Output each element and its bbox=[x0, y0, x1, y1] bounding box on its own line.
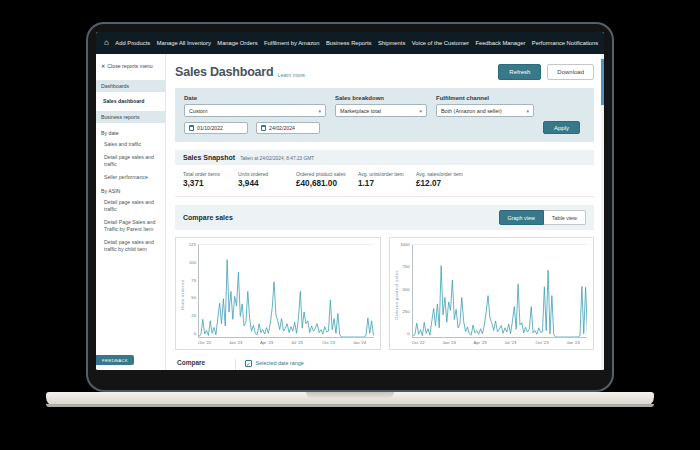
sidebar-header-dashboards: Dashboards bbox=[96, 80, 165, 92]
snapshot-timestamp: Taken at 24/02/2024, 8:47:23 GMT bbox=[240, 156, 314, 161]
compare-footer: Compare What's this ✓ Selected date rang… bbox=[175, 359, 594, 370]
nav-item-fulfilment-by-amazon[interactable]: Fulfilment by Amazon bbox=[264, 40, 319, 46]
metric-label: Avg. sales/order item bbox=[416, 171, 463, 177]
laptop-display: ⌂ Add Products Manage All Inventory Mana… bbox=[96, 32, 604, 370]
x-axis-ticks: Oct '22Jan '23Apr '23Jul '23Oct '23Jan '… bbox=[198, 338, 374, 346]
metric-value: 1.17 bbox=[358, 179, 410, 188]
chevron-down-icon: ▾ bbox=[318, 108, 321, 114]
workspace: ✕ Close reports menu Dashboards Sales da… bbox=[96, 54, 604, 370]
metric-ordered-product-sales: Ordered product sales £40,681.00 bbox=[296, 171, 358, 188]
sales-breakdown-select[interactable]: Marketplace total ▾ bbox=[335, 104, 427, 117]
page-title: Sales Dashboard bbox=[175, 65, 273, 79]
sidebar-group-by-asin[interactable]: By ASIN bbox=[96, 184, 165, 196]
date-from-input[interactable]: 01/10/2022 bbox=[184, 122, 248, 134]
scrollbar[interactable] bbox=[601, 54, 604, 370]
chevron-down-icon: ▾ bbox=[419, 108, 422, 114]
nav-item-business-reports[interactable]: Business Reports bbox=[326, 40, 371, 46]
learn-more-link[interactable]: Learn more bbox=[277, 72, 305, 80]
metric-total-order-items: Total order items 3,371 bbox=[183, 171, 238, 188]
sidebar-group-by-date[interactable]: By date bbox=[96, 126, 165, 138]
y-axis-ticks: 1251007550250 bbox=[185, 242, 198, 336]
close-icon: ✕ bbox=[101, 63, 105, 69]
ordered-product-sales-chart: Ordered product sales 10007505002500 Oct… bbox=[389, 237, 595, 350]
sidebar-item-sales-and-traffic[interactable]: Sales and traffic bbox=[96, 138, 165, 151]
sales-snapshot-header: Sales Snapshot Taken at 24/02/2024, 8:47… bbox=[175, 150, 594, 165]
apply-button[interactable]: Apply bbox=[543, 121, 580, 134]
sales-breakdown-group: Sales breakdown Marketplace total ▾ bbox=[335, 95, 427, 134]
fulfilment-channel-select[interactable]: Both (Amazon and seller) ▾ bbox=[436, 104, 534, 117]
compare-sales-header: Compare sales Graph view Table view bbox=[175, 205, 594, 230]
calendar-icon bbox=[261, 125, 266, 131]
selected-date-range-cell: ✓ Selected date range 3,944 Units £40,68… bbox=[235, 359, 304, 370]
feedback-button[interactable]: FEEDBACK bbox=[96, 355, 134, 365]
selected-range-units: 3,944 Units bbox=[256, 369, 304, 371]
sidebar-item-detail-page-sales-traffic[interactable]: Detail page sales and traffic bbox=[96, 151, 165, 171]
plot-area bbox=[198, 244, 374, 338]
sales-snapshot-title: Sales Snapshot bbox=[183, 154, 235, 161]
nav-item-add-products[interactable]: Add Products bbox=[115, 40, 150, 46]
metric-value: 3,944 bbox=[238, 179, 290, 188]
units-ordered-chart: Units ordered 1251007550250 Oct '22Jan '… bbox=[175, 237, 381, 350]
charts-row: Units ordered 1251007550250 Oct '22Jan '… bbox=[175, 237, 594, 350]
reports-sidebar: ✕ Close reports menu Dashboards Sales da… bbox=[96, 54, 166, 370]
x-axis-ticks: Oct '22Jan '23Apr '23Jul '23Oct '23Jan '… bbox=[412, 338, 588, 346]
metric-value: £40,681.00 bbox=[296, 179, 352, 188]
sidebar-header-business-reports: Business reports bbox=[96, 111, 165, 123]
compare-sales-title: Compare sales bbox=[183, 214, 233, 221]
laptop-screen-bezel: ⌂ Add Products Manage All Inventory Mana… bbox=[88, 24, 612, 390]
metric-units-ordered: Units ordered 3,944 bbox=[238, 171, 296, 188]
selected-range-label: Selected date range bbox=[256, 360, 304, 366]
metric-avg-units-per-order: Avg. units/order item 1.17 bbox=[358, 171, 416, 188]
date-from-value: 01/10/2022 bbox=[197, 125, 223, 131]
main-content: Sales Dashboard Learn more Refresh Downl… bbox=[166, 54, 604, 370]
nav-item-shipments[interactable]: Shipments bbox=[378, 40, 405, 46]
chevron-down-icon: ▾ bbox=[526, 108, 529, 114]
page-header: Sales Dashboard Learn more Refresh Downl… bbox=[175, 64, 594, 80]
metric-label: Ordered product sales bbox=[296, 171, 352, 177]
date-range-select[interactable]: Custom ▾ bbox=[184, 104, 326, 117]
nav-item-voice-of-the-customer[interactable]: Voice of the Customer bbox=[412, 40, 469, 46]
y-axis-ticks: 10007505002500 bbox=[399, 242, 412, 336]
download-button[interactable]: Download bbox=[547, 64, 594, 80]
calendar-icon bbox=[189, 125, 194, 131]
date-range-value: Custom bbox=[189, 108, 208, 114]
compare-title: Compare bbox=[177, 359, 235, 366]
metric-label: Total order items bbox=[183, 171, 232, 177]
plot-area bbox=[412, 244, 588, 338]
sidebar-item-detail-by-child-item[interactable]: Detail page sales and traffic by child i… bbox=[96, 236, 165, 256]
sales-breakdown-value: Marketplace total bbox=[340, 108, 381, 114]
filters-panel: Date Custom ▾ 01/10/2022 bbox=[175, 88, 594, 142]
date-to-value: 24/02/2024 bbox=[269, 125, 295, 131]
graph-view-button[interactable]: Graph view bbox=[499, 210, 544, 225]
table-view-button[interactable]: Table view bbox=[544, 210, 586, 225]
sidebar-item-seller-performance[interactable]: Seller performance bbox=[96, 171, 165, 184]
refresh-button[interactable]: Refresh bbox=[498, 64, 541, 80]
date-filter-group: Date Custom ▾ 01/10/2022 bbox=[184, 95, 326, 134]
nav-item-manage-orders[interactable]: Manage Orders bbox=[217, 40, 257, 46]
metric-label: Avg. units/order item bbox=[358, 171, 410, 177]
close-reports-menu[interactable]: ✕ Close reports menu bbox=[96, 61, 165, 77]
fulfilment-channel-group: Fulfilment channel Both (Amazon and sell… bbox=[436, 95, 534, 134]
date-to-input[interactable]: 24/02/2024 bbox=[256, 122, 320, 134]
metric-value: 3,371 bbox=[183, 179, 232, 188]
laptop-base bbox=[46, 392, 654, 407]
nav-item-feedback-manager[interactable]: Feedback Manager bbox=[475, 40, 525, 46]
date-filter-label: Date bbox=[184, 95, 326, 101]
scrollbar-thumb[interactable] bbox=[601, 59, 604, 105]
nav-item-manage-all-inventory[interactable]: Manage All Inventory bbox=[157, 40, 211, 46]
metric-avg-sales-per-order: Avg. sales/order item £12.07 bbox=[416, 171, 469, 188]
metric-label: Units ordered bbox=[238, 171, 290, 177]
close-reports-label: Close reports menu bbox=[107, 63, 152, 69]
sidebar-item-detail-by-parent-item[interactable]: Detail Page Sales and Traffic by Parent … bbox=[96, 216, 165, 236]
sidebar-item-sales-dashboard[interactable]: Sales dashboard bbox=[96, 95, 165, 108]
fulfilment-channel-value: Both (Amazon and seller) bbox=[441, 108, 502, 114]
top-nav-bar: ⌂ Add Products Manage All Inventory Mana… bbox=[96, 32, 604, 54]
sidebar-item-detail-page-sales-traffic-asin[interactable]: Detail page sales and traffic bbox=[96, 196, 165, 216]
metric-value: £12.07 bbox=[416, 179, 463, 188]
sales-breakdown-label: Sales breakdown bbox=[335, 95, 427, 101]
home-icon[interactable]: ⌂ bbox=[104, 39, 109, 47]
nav-item-performance-notifications[interactable]: Performance Notifications bbox=[532, 40, 598, 46]
snapshot-metrics-row: Total order items 3,371 Units ordered 3,… bbox=[175, 165, 594, 197]
fulfilment-channel-label: Fulfilment channel bbox=[436, 95, 534, 101]
selected-range-checkbox[interactable]: ✓ bbox=[245, 360, 252, 367]
